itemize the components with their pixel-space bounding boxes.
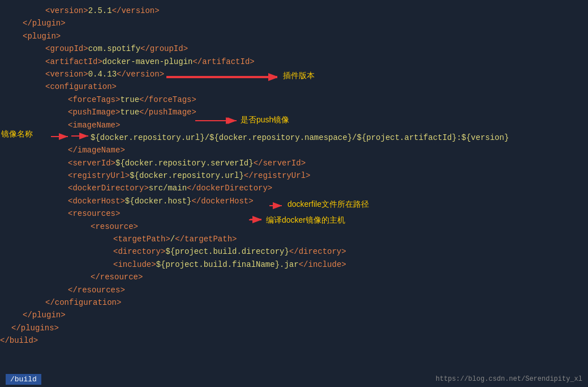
- annotation-image-name: 镜像名称: [1, 129, 33, 139]
- code-line-9: <pushImage>true</pushImage>: [0, 106, 588, 118]
- code-line-14: <registryUrl>${docker.repository.url}</r…: [0, 169, 588, 182]
- code-line-23: </resources>: [0, 284, 588, 296]
- code-line-21: <include>${project.build.finalName}.jar<…: [0, 258, 588, 271]
- code-line-11: ${docker.repository.url}/${docker.reposi…: [0, 131, 588, 144]
- code-line-24: </configuration>: [0, 296, 588, 309]
- code-line-1: <version>2.5.1</version>: [0, 5, 588, 17]
- build-tab[interactable]: /build: [6, 374, 41, 385]
- annotation-plugin-version: 插件版本: [283, 71, 315, 81]
- code-line-4: <groupId>com.spotify</groupId>: [0, 42, 588, 55]
- code-line-26: </plugins>: [0, 322, 588, 334]
- code-line-22: </resource>: [0, 271, 588, 283]
- url-text: https://blog.csdn.net/Serendipity_xl: [436, 375, 582, 383]
- code-line-19: <targetPath>/</targetPath>: [0, 233, 588, 245]
- annotation-push-image: 是否push镜像: [241, 115, 289, 125]
- annotation-dockerfile-path: dockerfile文件所在路径: [287, 199, 369, 210]
- code-line-13: <serverId>${docker.repository.serverId}<…: [0, 157, 588, 169]
- code-line-3: <plugin>: [0, 30, 588, 42]
- code-line-7: <configuration>: [0, 80, 588, 93]
- code-line-20: <directory>${project.build.directory}</d…: [0, 245, 588, 258]
- code-line-25: </plugin>: [0, 309, 588, 321]
- code-line-2: </plugin>: [0, 17, 588, 29]
- code-editor: <version>2.5.1</version> </plugin> <plug…: [0, 0, 588, 371]
- code-line-27: </build>: [0, 334, 588, 347]
- code-line-15: <dockerDirectory>src/main</dockerDirecto…: [0, 182, 588, 194]
- blog-url: https://blog.csdn.net/Serendipity_xl: [436, 375, 582, 383]
- code-line-10: <imageName>: [0, 119, 588, 131]
- build-tab-label: /build: [10, 375, 37, 384]
- code-line-12: </imageName>: [0, 144, 588, 156]
- code-line-5: <artifactId>docker-maven-plugin</artifac…: [0, 56, 588, 68]
- status-bar: /build https://blog.csdn.net/Serendipity…: [0, 371, 588, 387]
- code-line-8: <forceTags>true</forceTags>: [0, 93, 588, 106]
- annotation-docker-host: 编译docker镜像的主机: [266, 215, 345, 226]
